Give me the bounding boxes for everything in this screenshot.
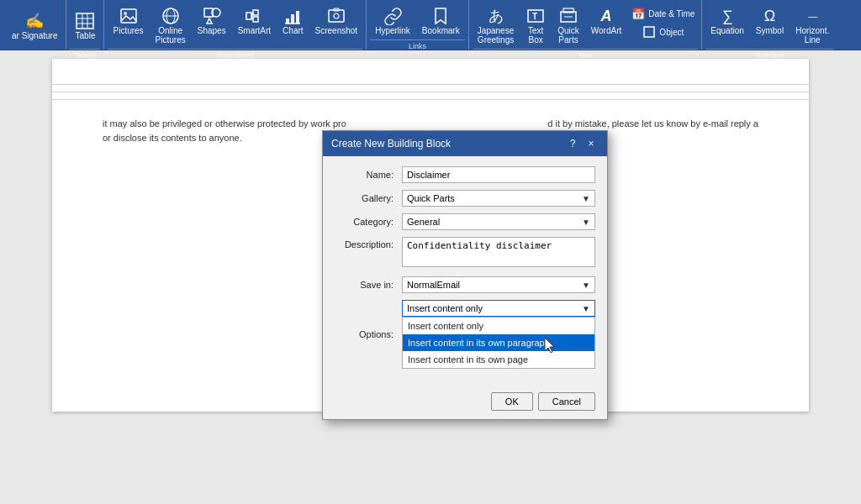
category-dropdown-arrow: ▼ [582,218,590,227]
dialog-footer: OK Cancel [323,386,607,419]
options-value: Insert content only [407,303,483,313]
gallery-dropdown-arrow: ▼ [582,194,590,203]
save-in-value: NormalEmail [407,280,460,290]
category-row: Category: General ▼ [335,213,595,230]
options-dropdown-arrow: ▼ [582,304,590,313]
description-field-container: Confidentiality disclaimer [402,237,595,270]
create-building-block-dialog: Create New Building Block ? × Name: Gall… [322,130,608,420]
name-input[interactable] [402,166,595,183]
options-select[interactable]: Insert content only ▼ [402,300,595,317]
dialog-title: Create New Building Block [331,138,451,150]
gallery-select[interactable]: Quick Parts ▼ [402,190,595,207]
gallery-value: Quick Parts [407,193,455,203]
dialog-close-button[interactable]: × [584,136,599,151]
options-field-container: Insert content only ▼ Insert content onl… [402,300,595,369]
description-label: Description: [335,237,402,249]
dialog-content: Name: Gallery: Quick Parts ▼ Category: [323,156,607,386]
options-item-own-page[interactable]: Insert content in its own page [403,351,594,368]
save-in-dropdown-arrow: ▼ [582,281,590,290]
gallery-field-container: Quick Parts ▼ [402,190,595,207]
dialog-titlebar: Create New Building Block ? × [323,131,607,156]
name-row: Name: [335,166,595,183]
save-in-select[interactable]: NormalEmail ▼ [402,276,595,293]
options-label: Options: [335,329,402,339]
category-field-container: General ▼ [402,213,595,230]
save-in-field-container: NormalEmail ▼ [402,276,595,293]
category-value: General [407,217,440,227]
modal-overlay: Create New Building Block ? × Name: Gall… [0,0,861,504]
gallery-row: Gallery: Quick Parts ▼ [335,190,595,207]
options-row: Options: Insert content only ▼ Insert co… [335,300,595,369]
options-item-own-paragraph[interactable]: Insert content in its own paragraph [403,334,594,351]
dialog-titlebar-buttons: ? × [565,136,599,151]
name-field-container [402,166,595,183]
category-label: Category: [335,217,402,227]
name-label: Name: [335,170,402,180]
ok-button[interactable]: OK [491,392,533,411]
dialog-help-button[interactable]: ? [565,136,580,151]
description-textarea[interactable]: Confidentiality disclaimer [402,237,595,267]
description-row: Description: Confidentiality disclaimer [335,237,595,270]
gallery-label: Gallery: [335,193,402,203]
options-dropdown-list: Insert content only Insert content in it… [402,317,595,369]
save-in-row: Save in: NormalEmail ▼ [335,276,595,293]
category-select[interactable]: General ▼ [402,213,595,230]
save-in-label: Save in: [335,280,402,290]
options-item-insert-only[interactable]: Insert content only [403,318,594,334]
cancel-button[interactable]: Cancel [538,392,595,411]
